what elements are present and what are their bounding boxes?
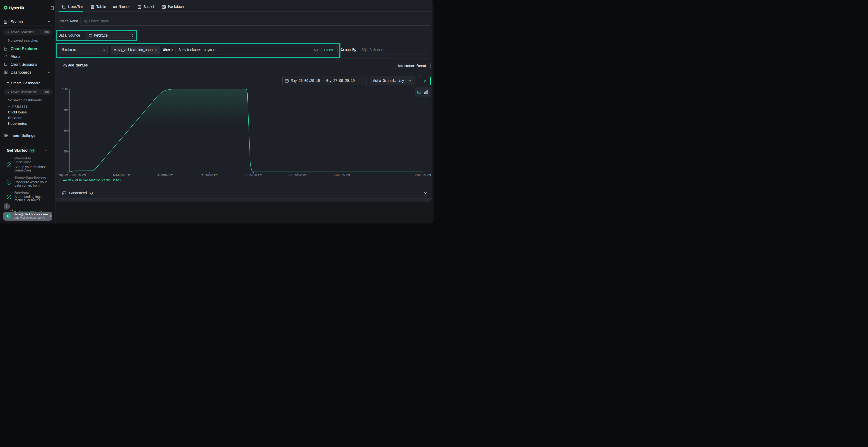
svg-text:75K: 75K <box>63 108 68 112</box>
svg-text:12:30:00 PM: 12:30:00 PM <box>112 173 130 177</box>
svg-text:100K: 100K <box>62 88 69 91</box>
svg-text:3:30:00 AM: 3:30:00 AM <box>334 173 350 177</box>
svg-text:6:30:00 PM: 6:30:00 PM <box>201 173 217 177</box>
svg-text:9:30:00 PM: 9:30:00 PM <box>245 173 261 177</box>
svg-text:12:30:00 AM: 12:30:00 AM <box>289 173 306 177</box>
svg-text:50K: 50K <box>63 129 68 133</box>
svg-text:3:30:00 PM: 3:30:00 PM <box>157 173 173 177</box>
svg-text:May 26 9:00:00 AM: May 26 9:00:00 AM <box>59 173 86 177</box>
svg-text:25K: 25K <box>63 150 68 153</box>
svg-text:9:00:00 AM: 9:00:00 AM <box>415 173 431 177</box>
